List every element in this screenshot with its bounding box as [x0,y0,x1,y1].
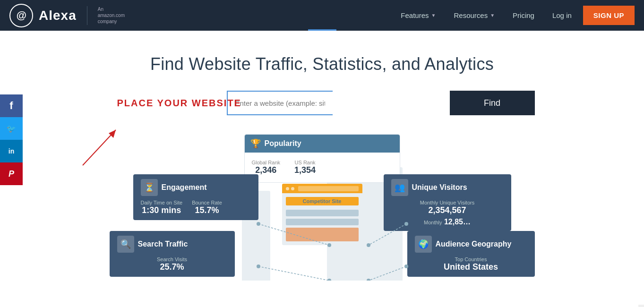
search-row: PLACE YOUR WEBSITE Find [110,91,535,115]
browser-dot-1 [286,187,289,190]
browser-url-bar [298,186,359,191]
popularity-title: Popularity [265,139,301,148]
signup-button[interactable]: SIGN UP [583,6,635,25]
us-rank: US Rank 1,354 [294,160,316,175]
uv-metrics: Monthly Unique Visitors 2,354,567 Monthl… [391,200,504,226]
logo-letter: @ [16,9,26,22]
logo-divider [87,6,87,25]
search-watermark: PLACE YOUR WEBSITE [117,98,241,109]
search-input[interactable] [227,91,333,115]
browser-bar [282,184,362,193]
logo-circle: @ [9,4,33,27]
browser-dot-2 [291,187,294,190]
globe-icon: 🌍 [415,236,432,253]
hero-section: Find Website Traffic, Statistics, and An… [0,31,644,305]
search-icon: 🔍 [117,236,134,253]
features-chevron-icon: ▼ [431,13,436,18]
browser-content-row-1 [286,210,359,216]
nav-right: Features ▼ Resources ▼ Pricing Log in SI… [394,6,635,25]
engagement-metrics: Daily Time on Site 1:30 mins Bounce Rate… [141,200,251,215]
trophy-icon: 🏆 [250,138,261,149]
bounce-rate: Bounce Rate 15.7% [192,200,222,215]
time-on-site: Daily Time on Site 1:30 mins [141,200,183,215]
pinterest-button[interactable]: P [0,162,23,185]
uv-secondary: Monthly 12,85… [391,218,504,226]
nav-resources[interactable]: Resources ▼ [447,8,501,23]
twitter-icon: 🐦 [7,124,16,133]
search-traffic-card: 🔍 Search Traffic Search Visits 25.7% [110,231,235,277]
ag-header: 🌍 Audience Geography [415,236,527,253]
facebook-icon: f [9,100,13,112]
uv-header: 👥 Unique Visitors [391,179,504,196]
nav-pricing[interactable]: Pricing [506,8,541,23]
ag-metrics: Top Countries United States [415,256,527,272]
facebook-button[interactable]: f [0,94,23,117]
nav-login[interactable]: Log in [546,8,578,23]
audience-geography-card: 🌍 Audience Geography Top Countries Unite… [407,231,535,277]
social-sidebar: f 🐦 in P [0,94,23,185]
browser-content-row-2 [286,219,359,225]
logo-name: Alexa [39,8,77,23]
logo-sub: An amazon.com company [98,6,125,25]
nav-features[interactable]: Features ▼ [394,8,442,23]
pinterest-icon: P [9,169,14,179]
popularity-card: 🏆 Popularity Global Rank 2,346 US Rank 1… [244,134,400,183]
hero-title: Find Website Traffic, Statistics, and An… [9,54,635,74]
infographic: 🏆 Popularity Global Rank 2,346 US Rank 1… [110,129,535,281]
st-header: 🔍 Search Traffic [117,236,227,253]
browser-body: Competitor Site [282,193,362,245]
global-rank: Global Rank 2,346 [252,160,281,175]
find-button[interactable]: Find [450,91,535,115]
popularity-header: 🏆 Popularity [245,135,400,153]
twitter-button[interactable]: 🐦 [0,117,23,140]
navbar: @ Alexa An amazon.com company Features ▼… [0,0,644,31]
st-metrics: Search Visits 25.7% [117,256,227,272]
engagement-header: ⏳ Engagement [141,179,251,196]
nav-active-underline [308,29,336,31]
users-icon: 👥 [391,179,408,196]
logo[interactable]: @ Alexa An amazon.com company [9,4,125,27]
hourglass-icon: ⏳ [141,179,158,196]
linkedin-button[interactable]: in [0,140,23,162]
linkedin-icon: in [9,147,14,155]
engagement-card: ⏳ Engagement Daily Time on Site 1:30 min… [133,174,258,220]
browser-content-block [286,228,359,241]
resources-chevron-icon: ▼ [490,13,495,18]
competitor-label: Competitor Site [286,197,359,205]
search-input-wrapper: PLACE YOUR WEBSITE [110,91,450,115]
unique-visitors-card: 👥 Unique Visitors Monthly Unique Visitor… [384,174,511,231]
popularity-body: Global Rank 2,346 US Rank 1,354 [252,157,393,178]
browser-mockup: Competitor Site [282,184,362,245]
